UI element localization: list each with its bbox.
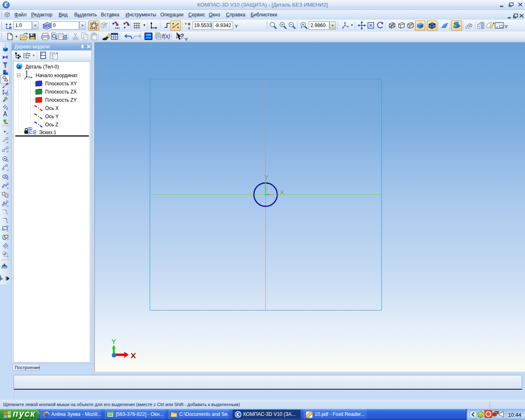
svg-text:Y: Y — [185, 22, 187, 26]
svg-text:?: ? — [180, 33, 184, 40]
svg-text:X: X — [188, 26, 190, 30]
